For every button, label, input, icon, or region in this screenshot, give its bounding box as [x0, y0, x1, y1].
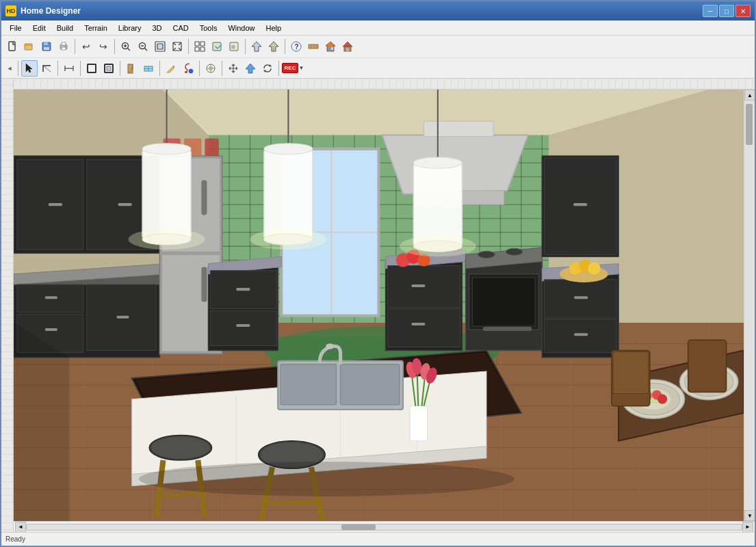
- tool-d[interactable]: [248, 38, 265, 55]
- scrollbar-track-vertical[interactable]: [744, 101, 755, 510]
- scrollbar-thumb-horizontal[interactable]: [341, 524, 376, 530]
- print-button[interactable]: [55, 38, 72, 55]
- sep-4: [245, 39, 246, 54]
- sep-t2-6: [199, 61, 200, 76]
- toolbar-1: ↩ ↪: [1, 36, 755, 57]
- status-bar: Ready: [1, 532, 755, 546]
- main-content-area: ▲ ▼ ◄ ►: [1, 79, 755, 532]
- horizontal-scrollbar[interactable]: ◄ ►: [14, 521, 755, 532]
- menu-tools[interactable]: Tools: [194, 21, 223, 35]
- svg-rect-18: [157, 44, 163, 49]
- svg-rect-46: [88, 64, 96, 72]
- sep-1: [75, 39, 75, 54]
- tool-e[interactable]: [265, 38, 282, 55]
- scrollbar-track-horizontal[interactable]: [26, 524, 742, 531]
- svg-marker-41: [26, 64, 32, 72]
- maximize-button[interactable]: □: [719, 5, 734, 17]
- menu-help[interactable]: Help: [261, 21, 287, 35]
- toolbar-2: ◄: [1, 57, 755, 78]
- canvas-row: ▲ ▼: [14, 90, 755, 521]
- menu-library[interactable]: Library: [113, 21, 147, 35]
- menu-edit[interactable]: Edit: [27, 21, 51, 35]
- save-button[interactable]: [38, 38, 55, 55]
- material-tool[interactable]: [203, 60, 219, 77]
- svg-point-58: [209, 66, 213, 70]
- undo-button[interactable]: ↩: [78, 38, 94, 55]
- sep-t2-1: [18, 61, 18, 76]
- svg-line-13: [128, 49, 131, 51]
- vertical-scrollbar[interactable]: ▲ ▼: [744, 90, 755, 521]
- door-tool[interactable]: [123, 60, 140, 77]
- svg-rect-4: [44, 42, 48, 45]
- scroll-right-button[interactable]: ►: [742, 522, 753, 533]
- scroll-up-button[interactable]: ▲: [744, 90, 755, 101]
- sep-t2-3: [80, 61, 81, 76]
- top-ruler: [14, 79, 755, 90]
- svg-rect-5: [44, 47, 49, 50]
- select-tool[interactable]: [21, 60, 38, 77]
- svg-rect-37: [331, 47, 333, 50]
- sep-t2-5: [159, 61, 160, 76]
- menu-3d[interactable]: 3D: [146, 21, 167, 35]
- line-tool[interactable]: [38, 60, 55, 77]
- menu-window[interactable]: Window: [222, 21, 260, 35]
- menu-file[interactable]: File: [4, 21, 27, 35]
- paint-tool[interactable]: [180, 60, 196, 77]
- pan-tool[interactable]: [225, 60, 242, 77]
- title-bar: HD Home Designer ─ □ ✕: [1, 1, 755, 21]
- new-button[interactable]: [4, 38, 21, 55]
- toolbar-container: ↩ ↪: [1, 36, 755, 79]
- svg-rect-2: [25, 44, 28, 46]
- svg-text:⊞: ⊞: [231, 44, 235, 49]
- svg-marker-27: [252, 42, 261, 51]
- rotate-tool[interactable]: [259, 60, 276, 77]
- window-tool[interactable]: [140, 60, 157, 77]
- sep-t2-7: [222, 61, 222, 76]
- zoom-fit-button[interactable]: [152, 38, 168, 55]
- svg-rect-23: [200, 47, 205, 51]
- tool-a[interactable]: [192, 38, 208, 55]
- zoom-out-button[interactable]: [135, 38, 151, 55]
- svg-line-16: [145, 49, 148, 51]
- redo-button[interactable]: ↪: [95, 38, 112, 55]
- kitchen-scene-svg: [14, 90, 744, 521]
- menu-cad[interactable]: CAD: [167, 21, 194, 35]
- help-button[interactable]: ?: [288, 38, 304, 55]
- wall-tool[interactable]: [305, 38, 322, 55]
- scrollbar-thumb-vertical[interactable]: [746, 104, 753, 145]
- svg-point-50: [131, 68, 133, 69]
- menu-build[interactable]: Build: [51, 21, 79, 35]
- wall-draw-tool[interactable]: [83, 60, 100, 77]
- svg-rect-22: [195, 47, 199, 51]
- svg-text:?: ?: [295, 43, 299, 51]
- svg-line-42: [43, 66, 51, 72]
- svg-marker-38: [343, 42, 352, 46]
- svg-rect-21: [200, 42, 205, 46]
- up-arrow-tool[interactable]: [242, 60, 259, 77]
- svg-rect-48: [107, 66, 111, 70]
- dimension-tool[interactable]: [61, 60, 77, 77]
- close-button[interactable]: ✕: [735, 5, 751, 17]
- svg-marker-63: [246, 64, 255, 73]
- scroll-down-button[interactable]: ▼: [744, 510, 755, 521]
- open-button[interactable]: [21, 38, 38, 55]
- sep-t2-2: [57, 61, 58, 76]
- interior-tool[interactable]: [101, 60, 117, 77]
- minimize-button[interactable]: ─: [703, 5, 718, 17]
- sep-3: [188, 39, 189, 54]
- zoom-extent-button[interactable]: [169, 38, 185, 55]
- menu-terrain[interactable]: Terrain: [79, 21, 113, 35]
- pencil-tool[interactable]: [163, 60, 179, 77]
- zoom-in-button[interactable]: [118, 38, 134, 55]
- status-text: Ready: [5, 535, 25, 543]
- svg-rect-0: [9, 42, 15, 51]
- scroll-left-button[interactable]: ◄: [15, 522, 26, 533]
- rec-button[interactable]: REC ▼: [282, 60, 304, 77]
- tool-b[interactable]: [209, 38, 225, 55]
- house-roof-tool[interactable]: [339, 38, 356, 55]
- toolbar-scroll-left[interactable]: ◄: [4, 60, 15, 77]
- house-exterior-tool[interactable]: [322, 38, 339, 55]
- canvas-viewport[interactable]: [14, 90, 744, 521]
- left-ruler: [1, 79, 14, 532]
- tool-c[interactable]: ⊞: [226, 38, 242, 55]
